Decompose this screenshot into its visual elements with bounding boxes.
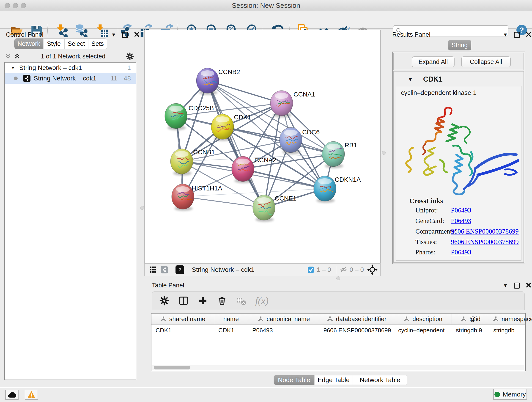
tab-network-table[interactable]: Network Table bbox=[353, 375, 407, 385]
network-view-icon[interactable] bbox=[161, 266, 168, 274]
network-canvas[interactable]: CCNB2CCNA1CDC25BCDK1CDC6RB1CCNB1CCNA2CDK… bbox=[144, 30, 380, 264]
results-controls: Expand All Collapse All bbox=[393, 53, 524, 70]
birds-eye-view-icon[interactable] bbox=[176, 265, 184, 274]
application-window: Session: New Session bbox=[0, 0, 532, 402]
results-panel-collapse-icon[interactable]: ▼ bbox=[503, 32, 508, 38]
cell-shared-name[interactable]: CDK1 bbox=[152, 325, 214, 336]
crosslink-label: Tissues: bbox=[415, 238, 437, 246]
network-node-CCNB2[interactable]: CCNB2 bbox=[196, 68, 240, 93]
bottom-splitter-handle[interactable] bbox=[336, 276, 340, 280]
column-header[interactable]: @id bbox=[452, 313, 489, 325]
scrollbar-thumb[interactable] bbox=[154, 366, 190, 370]
node-table: shared name name canonical name database… bbox=[151, 313, 526, 371]
main-toolbar: ? bbox=[0, 11, 532, 29]
cloud-icon bbox=[7, 391, 16, 398]
tab-string[interactable]: String bbox=[448, 40, 471, 51]
cell-id[interactable]: stringdb:9... bbox=[452, 325, 489, 336]
expand-all-button[interactable]: Expand All bbox=[412, 56, 455, 67]
collection-label: String Network – cdk1 bbox=[19, 64, 82, 71]
network-node-CDC25B[interactable]: CDC25B bbox=[165, 103, 214, 128]
cell-database-identifier[interactable]: 9606.ENSP00000378699 bbox=[319, 325, 394, 336]
network-row[interactable]: String Network – cdk1 11 48 bbox=[5, 73, 136, 84]
warning-button[interactable] bbox=[25, 390, 38, 400]
tab-style[interactable]: Style bbox=[43, 38, 64, 49]
column-header[interactable]: description bbox=[394, 313, 452, 325]
network-node-CCNE1[interactable]: CCNE1 bbox=[253, 195, 297, 220]
cell-canonical-name[interactable]: P06493 bbox=[248, 325, 319, 336]
results-panel-close-icon[interactable] bbox=[526, 32, 531, 38]
column-header[interactable]: shared name bbox=[152, 313, 214, 325]
results-panel-float-icon[interactable] bbox=[514, 32, 520, 38]
import-network-database-button[interactable] bbox=[74, 23, 89, 38]
horizontal-scrollbar[interactable] bbox=[152, 365, 525, 370]
memory-button[interactable]: Memory bbox=[493, 389, 527, 400]
crosslink-link[interactable]: P06493 bbox=[451, 217, 471, 225]
cloud-button[interactable] bbox=[5, 390, 19, 400]
toolbar-separator bbox=[47, 24, 48, 37]
node-label-CDKN1A: CDKN1A bbox=[335, 176, 361, 183]
collapse-all-icon[interactable] bbox=[5, 53, 12, 60]
network-type-icon bbox=[23, 75, 31, 82]
table-panel-title: Table Panel bbox=[152, 282, 184, 289]
database-icon bbox=[75, 24, 88, 37]
node-label-CCNB1: CCNB1 bbox=[193, 148, 215, 156]
control-panel-collapse-icon[interactable]: ▼ bbox=[111, 32, 116, 38]
protein-name: CDK1 bbox=[423, 75, 443, 83]
edge-CCNB2-CCNA1[interactable] bbox=[208, 81, 282, 103]
add-column-icon[interactable] bbox=[197, 295, 208, 306]
tab-node-table[interactable]: Node Table bbox=[274, 375, 314, 385]
crosslink-link[interactable]: P06493 bbox=[451, 249, 471, 256]
table-row[interactable]: CDK1 CDK1 P06493 9606.ENSP00000378699 cy… bbox=[152, 325, 525, 336]
protein-description: cyclin–dependent kinase 1 bbox=[401, 89, 476, 96]
cell-description[interactable]: cyclin–dependent ... bbox=[394, 325, 452, 336]
tab-select[interactable]: Select bbox=[64, 38, 88, 49]
crosslink-label: Pharos: bbox=[415, 249, 435, 256]
gear-icon[interactable] bbox=[126, 52, 134, 61]
hidden-eye-icon[interactable] bbox=[340, 266, 348, 274]
selected-counts: 1 – 0 bbox=[317, 266, 331, 274]
column-header[interactable]: namespace bbox=[489, 313, 532, 325]
table-gear-icon[interactable] bbox=[159, 295, 170, 306]
grid-mode-icon[interactable] bbox=[149, 266, 157, 274]
selected-checkbox-icon[interactable] bbox=[307, 266, 314, 273]
show-columns-icon[interactable] bbox=[178, 295, 189, 306]
tab-network[interactable]: Network bbox=[14, 38, 43, 49]
expand-all-icon[interactable] bbox=[14, 53, 21, 60]
edge-HIST1H1A-CCNE1[interactable] bbox=[183, 197, 264, 208]
cell-name[interactable]: CDK1 bbox=[214, 325, 248, 336]
crosslink-link[interactable]: 9606.ENSP00000378699 bbox=[451, 228, 519, 235]
tree-expand-icon[interactable]: ▼ bbox=[11, 65, 15, 70]
network-selection-status: 1 of 1 Network selected bbox=[21, 53, 126, 60]
network-node-CCNA1[interactable]: CCNA1 bbox=[270, 90, 315, 116]
table-panel-close-icon[interactable] bbox=[526, 282, 531, 289]
column-header[interactable]: canonical name bbox=[248, 313, 319, 325]
network-node-CDK1[interactable]: CDK1 bbox=[211, 114, 251, 139]
network-node-RB1[interactable]: RB1 bbox=[322, 141, 357, 167]
tab-sets[interactable]: Sets bbox=[88, 38, 107, 49]
cell-namespace[interactable]: stringdb bbox=[489, 325, 532, 336]
crosslink-link[interactable]: P06493 bbox=[451, 206, 471, 214]
hierarchy-icon bbox=[257, 316, 264, 322]
column-header[interactable]: name bbox=[214, 313, 248, 325]
column-header[interactable]: database identifier bbox=[319, 313, 394, 325]
table-panel-float-icon[interactable] bbox=[514, 283, 520, 288]
control-panel-float-icon[interactable] bbox=[122, 32, 128, 38]
node-label-CCNA2: CCNA2 bbox=[254, 157, 276, 164]
delete-column-icon[interactable] bbox=[217, 295, 227, 306]
table-panel-collapse-icon[interactable]: ▼ bbox=[503, 283, 508, 288]
tab-edge-table[interactable]: Edge Table bbox=[314, 375, 353, 385]
network-collection-row[interactable]: ▼ String Network – cdk1 1 bbox=[5, 63, 136, 73]
import-network-file-button[interactable] bbox=[55, 23, 70, 38]
crosslink-link[interactable]: 9606.ENSP00000378699 bbox=[451, 238, 519, 246]
collapse-all-button[interactable]: Collapse All bbox=[461, 56, 511, 67]
protein-collapse-icon[interactable]: ▼ bbox=[408, 76, 413, 83]
right-splitter-handle[interactable] bbox=[382, 151, 386, 155]
fit-selected-icon[interactable] bbox=[367, 264, 378, 275]
left-splitter-handle[interactable] bbox=[140, 206, 144, 210]
import-table-file-button[interactable] bbox=[94, 23, 110, 38]
table-toolbar: f(x) bbox=[152, 291, 525, 310]
node-label-RB1: RB1 bbox=[345, 142, 357, 149]
network-node-HIST1H1A[interactable]: HIST1H1A bbox=[172, 184, 222, 209]
network-node-CDKN1A[interactable]: CDKN1A bbox=[314, 176, 361, 201]
control-panel-close-icon[interactable] bbox=[134, 32, 139, 38]
